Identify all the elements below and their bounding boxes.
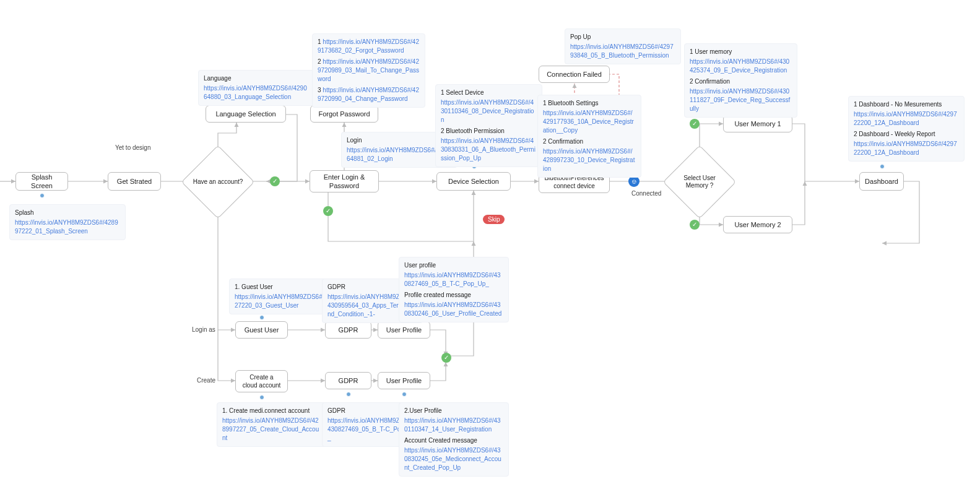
- note-splash: Splashhttps://invis.io/ANYH8M9ZDS6#/4289…: [9, 204, 126, 240]
- connector-dot: [259, 395, 264, 400]
- node-language-selection[interactable]: Language Selection: [206, 105, 286, 123]
- node-get-started[interactable]: Get Strated: [108, 172, 161, 191]
- node-dashboard[interactable]: Dashboard: [859, 172, 904, 191]
- note-bt-settings: 1 Bluetooth Settingshttps://invis.io/ANY…: [537, 95, 641, 178]
- note-language: Languagehttps://invis.io/ANYH8M9ZDS6#/42…: [198, 70, 314, 106]
- connector-dot: [402, 392, 407, 397]
- connector-dot: [880, 164, 885, 169]
- check-icon: ✓: [323, 206, 333, 216]
- node-gdpr-1[interactable]: GDPR: [325, 321, 371, 339]
- node-guest-user[interactable]: Guest User: [235, 321, 288, 339]
- node-gdpr-2[interactable]: GDPR: [325, 372, 371, 389]
- note-userprofile-a: User profilehttps://invis.io/ANYH8M9ZDS6…: [399, 257, 509, 322]
- node-have-account[interactable]: Have an account?: [192, 156, 244, 208]
- note-memory: 1 User memoryhttps://invis.io/ANYH8M9ZDS…: [684, 43, 797, 118]
- node-select-memory[interactable]: Select User Memory ?: [674, 156, 726, 208]
- check-icon: ✓: [270, 176, 280, 186]
- note-dashboard: 1 Dashboard - No Mesurementshttps://invi…: [848, 96, 965, 162]
- node-enter-login[interactable]: Enter Login & Password: [310, 170, 379, 192]
- connector-dot: [40, 193, 45, 198]
- note-create-account: 1. Create medi.connect accounthttps://in…: [217, 402, 327, 447]
- check-icon: ✓: [441, 353, 451, 363]
- note-device: 1 Select Devicehttps://invis.io/ANYH8M9Z…: [435, 84, 542, 167]
- connector-dot: [259, 315, 264, 320]
- node-forgot-password[interactable]: Forgot Password: [310, 105, 378, 123]
- node-user-profile-2[interactable]: User Profile: [378, 372, 430, 389]
- node-connection-failed[interactable]: Connection Failed: [539, 66, 610, 83]
- skip-badge: Skip: [483, 215, 505, 224]
- node-device-selection[interactable]: Device Selection: [436, 172, 511, 191]
- label-create: Create: [197, 377, 215, 384]
- label-login-as: Login as: [192, 326, 215, 333]
- check-icon: ✓: [690, 119, 700, 129]
- note-userprofile-b: 2.User Profilehttps://invis.io/ANYH8M9ZD…: [399, 402, 509, 477]
- node-splash-screen[interactable]: Splash Screen: [15, 172, 68, 191]
- node-memory-2[interactable]: User Memory 2: [723, 216, 792, 233]
- check-icon: ✓: [690, 220, 700, 230]
- label-yet-to-design: Yet to design: [115, 144, 150, 151]
- node-create-cloud[interactable]: Create a cloud account: [235, 370, 288, 392]
- note-popup: Pop Uphttps://invis.io/ANYH8M9ZDS6#/4297…: [565, 28, 681, 64]
- label-connected: Connected: [631, 190, 661, 197]
- connector-dot: [346, 392, 351, 397]
- node-memory-1[interactable]: User Memory 1: [723, 115, 792, 132]
- note-forgot: 1 https://invis.io/ANYH8M9ZDS6#/42917368…: [312, 33, 425, 108]
- node-user-profile-1[interactable]: User Profile: [378, 321, 430, 339]
